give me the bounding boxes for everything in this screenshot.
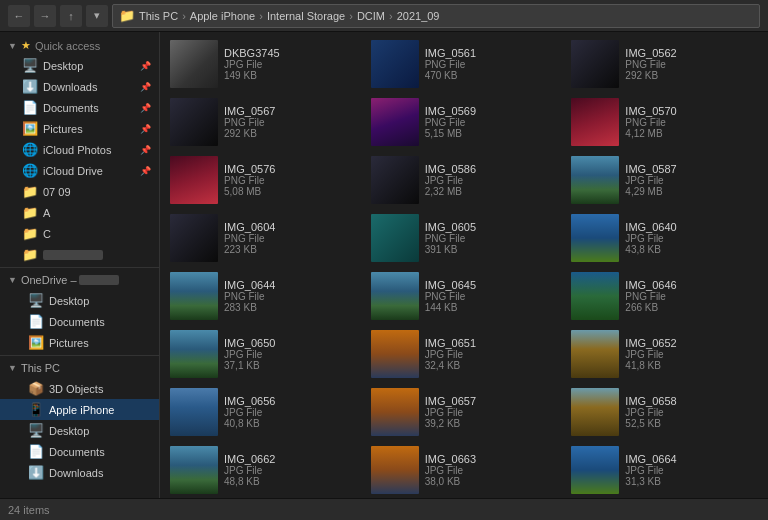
file-size: 31,3 KB — [625, 476, 758, 487]
file-item-img_0664[interactable]: IMG_0664JPG File31,3 KB — [565, 442, 764, 498]
file-size: 2,32 MB — [425, 186, 558, 197]
sidebar-item-desktop-pc[interactable]: 🖥️ Desktop — [0, 420, 159, 441]
file-type: PNG File — [425, 291, 558, 302]
sidebar-item-more[interactable]: 📁 — [0, 244, 159, 265]
status-bar: 24 items — [0, 498, 768, 520]
pin-icon: 📌 — [140, 103, 151, 113]
file-info: IMG_0657JPG File39,2 KB — [425, 395, 558, 429]
file-info: IMG_0576PNG File5,08 MB — [224, 163, 357, 197]
file-type: PNG File — [425, 59, 558, 70]
sidebar: ▼ ★ Quick access 🖥️ Desktop 📌 ⬇️ Downloa… — [0, 32, 160, 498]
file-type: JPG File — [425, 465, 558, 476]
breadcrumb-storage[interactable]: Internal Storage — [267, 10, 345, 22]
file-item-img_0645[interactable]: IMG_0645PNG File144 KB — [365, 268, 564, 324]
breadcrumb-thispc[interactable]: This PC — [139, 10, 178, 22]
file-item-img_0650[interactable]: IMG_0650JPG File37,1 KB — [164, 326, 363, 382]
file-type: JPG File — [625, 175, 758, 186]
file-item-img_0605[interactable]: IMG_0605PNG File391 KB — [365, 210, 564, 266]
file-info: IMG_0651JPG File32,4 KB — [425, 337, 558, 371]
sidebar-item-icloud-drive[interactable]: 🌐 iCloud Drive 📌 — [0, 160, 159, 181]
file-item-img_0587[interactable]: IMG_0587JPG File4,29 MB — [565, 152, 764, 208]
file-info: IMG_0567PNG File292 KB — [224, 105, 357, 139]
file-type: JPG File — [625, 465, 758, 476]
iphone-icon: 📱 — [28, 402, 44, 417]
sidebar-label: Documents — [43, 102, 99, 114]
file-thumbnail — [371, 214, 419, 262]
file-item-img_0561[interactable]: IMG_0561PNG File470 KB — [365, 36, 564, 92]
file-size: 5,15 MB — [425, 128, 558, 139]
sidebar-item-apple-iphone[interactable]: 📱 Apple iPhone — [0, 399, 159, 420]
file-thumbnail — [371, 446, 419, 494]
sidebar-item-0709[interactable]: 📁 07 09 — [0, 181, 159, 202]
sidebar-label: 3D Objects — [49, 383, 103, 395]
file-item-img_0567[interactable]: IMG_0567PNG File292 KB — [164, 94, 363, 150]
sidebar-item-pictures-od[interactable]: 🖼️ Pictures — [0, 332, 159, 353]
file-info: IMG_0587JPG File4,29 MB — [625, 163, 758, 197]
file-item-img_0644[interactable]: IMG_0644PNG File283 KB — [164, 268, 363, 324]
file-item-img_0646[interactable]: IMG_0646PNG File266 KB — [565, 268, 764, 324]
breadcrumb-dcim[interactable]: DCIM — [357, 10, 385, 22]
file-size: 391 KB — [425, 244, 558, 255]
sidebar-label: C — [43, 228, 51, 240]
sidebar-label: 07 09 — [43, 186, 71, 198]
breadcrumb-iphone[interactable]: Apple iPhone — [190, 10, 255, 22]
sidebar-item-downloads-pc[interactable]: ⬇️ Downloads — [0, 462, 159, 483]
file-info: IMG_0644PNG File283 KB — [224, 279, 357, 313]
file-name: IMG_0567 — [224, 105, 357, 117]
file-info: IMG_0664JPG File31,3 KB — [625, 453, 758, 487]
pin-icon: 📌 — [140, 166, 151, 176]
file-name: IMG_0587 — [625, 163, 758, 175]
file-item-img_0604[interactable]: IMG_0604PNG File223 KB — [164, 210, 363, 266]
file-name: IMG_0656 — [224, 395, 357, 407]
file-item-img_0656[interactable]: IMG_0656JPG File40,8 KB — [164, 384, 363, 440]
file-item-img_0652[interactable]: IMG_0652JPG File41,8 KB — [565, 326, 764, 382]
file-item-img_0657[interactable]: IMG_0657JPG File39,2 KB — [365, 384, 564, 440]
up-button[interactable]: ↑ — [60, 5, 82, 27]
file-name: IMG_0646 — [625, 279, 758, 291]
file-item-dkbg3745[interactable]: DKBG3745JPG File149 KB — [164, 36, 363, 92]
sidebar-label: Pictures — [49, 337, 89, 349]
sidebar-label: Documents — [49, 316, 105, 328]
recent-button[interactable]: ▾ — [86, 5, 108, 27]
file-item-img_0663[interactable]: IMG_0663JPG File38,0 KB — [365, 442, 564, 498]
file-item-img_0576[interactable]: IMG_0576PNG File5,08 MB — [164, 152, 363, 208]
sidebar-item-desktop-od[interactable]: 🖥️ Desktop — [0, 290, 159, 311]
sidebar-item-documents-qa[interactable]: 📄 Documents 📌 — [0, 97, 159, 118]
file-thumbnail — [170, 330, 218, 378]
quick-access-label: Quick access — [35, 40, 100, 52]
breadcrumb[interactable]: 📁 This PC › Apple iPhone › Internal Stor… — [112, 4, 760, 28]
3dobjects-icon: 📦 — [28, 381, 44, 396]
sidebar-item-desktop-qa[interactable]: 🖥️ Desktop 📌 — [0, 55, 159, 76]
sidebar-label: Desktop — [43, 60, 83, 72]
sidebar-item-pictures-qa[interactable]: 🖼️ Pictures 📌 — [0, 118, 159, 139]
file-size: 38,0 KB — [425, 476, 558, 487]
file-item-img_0569[interactable]: IMG_0569PNG File5,15 MB — [365, 94, 564, 150]
file-item-img_0640[interactable]: IMG_0640JPG File43,8 KB — [565, 210, 764, 266]
sidebar-item-downloads-qa[interactable]: ⬇️ Downloads 📌 — [0, 76, 159, 97]
back-button[interactable]: ← — [8, 5, 30, 27]
file-info: IMG_0650JPG File37,1 KB — [224, 337, 357, 371]
forward-button[interactable]: → — [34, 5, 56, 27]
file-item-img_0651[interactable]: IMG_0651JPG File32,4 KB — [365, 326, 564, 382]
sidebar-item-documents-pc[interactable]: 📄 Documents — [0, 441, 159, 462]
sidebar-item-a[interactable]: 📁 A — [0, 202, 159, 223]
sidebar-item-icloud-photos[interactable]: 🌐 iCloud Photos 📌 — [0, 139, 159, 160]
breadcrumb-folder[interactable]: 2021_09 — [397, 10, 440, 22]
thispc-header[interactable]: ▼ This PC — [0, 358, 159, 378]
file-item-img_0586[interactable]: IMG_0586JPG File2,32 MB — [365, 152, 564, 208]
file-item-img_0570[interactable]: IMG_0570PNG File4,12 MB — [565, 94, 764, 150]
file-item-img_0658[interactable]: IMG_0658JPG File52,5 KB — [565, 384, 764, 440]
file-thumbnail — [170, 40, 218, 88]
file-thumbnail — [371, 98, 419, 146]
sidebar-item-c[interactable]: 📁 C — [0, 223, 159, 244]
sidebar-item-documents-od[interactable]: 📄 Documents — [0, 311, 159, 332]
sidebar-item-3dobjects[interactable]: 📦 3D Objects — [0, 378, 159, 399]
file-info: IMG_0562PNG File292 KB — [625, 47, 758, 81]
file-name: IMG_0576 — [224, 163, 357, 175]
icloud-drive-icon: 🌐 — [22, 163, 38, 178]
quick-access-header[interactable]: ▼ ★ Quick access — [0, 36, 159, 55]
file-item-img_0562[interactable]: IMG_0562PNG File292 KB — [565, 36, 764, 92]
onedrive-header[interactable]: ▼ OneDrive – — [0, 270, 159, 290]
sidebar-label: Desktop — [49, 295, 89, 307]
file-item-img_0662[interactable]: IMG_0662JPG File48,8 KB — [164, 442, 363, 498]
